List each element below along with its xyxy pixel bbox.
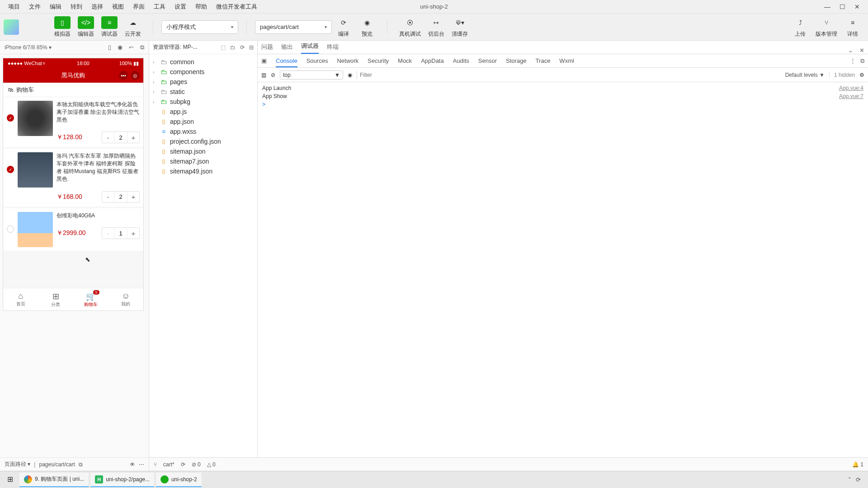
tab-network[interactable]: Network: [337, 57, 359, 64]
item-thumbnail[interactable]: [18, 101, 53, 136]
tab-audits[interactable]: Audits: [453, 57, 469, 64]
rotate-icon[interactable]: ▯: [108, 44, 111, 51]
tab-storage[interactable]: Storage: [506, 57, 527, 64]
menu-goto[interactable]: 转到: [66, 3, 87, 11]
qty-minus-button[interactable]: -: [102, 134, 114, 141]
hidden-count[interactable]: 1 hidden: [829, 72, 855, 78]
toggle-sidebar-icon[interactable]: ▥: [261, 72, 266, 78]
console-output[interactable]: App Launch App.vue:4 App Show App.vue:7 …: [258, 82, 868, 457]
item-thumbnail[interactable]: [18, 152, 53, 188]
folder-subpkg[interactable]: ›🗀subpkg: [149, 97, 257, 107]
log-levels-dropdown[interactable]: Default levels ▼: [785, 72, 825, 78]
folder-static[interactable]: ›🗀static: [149, 87, 257, 97]
tab-trace[interactable]: Trace: [536, 57, 551, 64]
qty-plus-button[interactable]: +: [127, 134, 139, 141]
menu-tools[interactable]: 工具: [149, 3, 170, 11]
folder-components[interactable]: ›🗀components: [149, 67, 257, 77]
compile-button[interactable]: ⟳ 编译: [335, 16, 352, 38]
tray-sync-icon[interactable]: ⟳: [856, 476, 861, 483]
chevron-down-icon[interactable]: ⌄: [848, 47, 853, 54]
item-thumbnail[interactable]: [18, 212, 53, 247]
simulator-toggle[interactable]: ▯ 模拟器: [54, 16, 71, 38]
menu-help[interactable]: 帮助: [191, 3, 212, 11]
filter-input[interactable]: [357, 70, 781, 80]
menu-view[interactable]: 视图: [108, 3, 128, 11]
menu-select[interactable]: 选择: [87, 3, 108, 11]
tab-category[interactable]: ⊞ 分类: [38, 288, 74, 310]
clear-console-icon[interactable]: ⊘: [271, 72, 275, 78]
cart-list[interactable]: ✓ 本驰太阳能供电车载空气净化器负离子加湿香薰 除尘去异味清洁空气黑色 ￥128…: [3, 97, 143, 288]
menu-edit[interactable]: 编辑: [45, 3, 66, 11]
tab-sources[interactable]: Sources: [307, 57, 328, 64]
menu-ui[interactable]: 界面: [128, 3, 149, 11]
folder-common[interactable]: ›🗀common: [149, 57, 257, 67]
more-icon[interactable]: ⋯: [139, 461, 144, 468]
cut-bg-button[interactable]: ↦ 切后台: [428, 16, 444, 38]
warning-count[interactable]: △ 0: [207, 461, 216, 468]
console-prompt[interactable]: >: [262, 100, 863, 108]
tab-mine[interactable]: ☺ 我的: [108, 288, 144, 310]
tray-chevron-icon[interactable]: ˄: [848, 476, 851, 483]
remote-debug-button[interactable]: ⦿ 真机调试: [399, 16, 421, 38]
clear-cache-button[interactable]: ⟱▾ 清缓存: [452, 16, 468, 38]
tab-console[interactable]: Console: [276, 57, 297, 67]
tab-debugger[interactable]: 调试器: [301, 42, 319, 54]
bell-icon[interactable]: 🔔 1: [852, 461, 863, 468]
qty-input[interactable]: [114, 192, 127, 202]
capsule-menu-icon[interactable]: •••: [119, 71, 128, 80]
tab-appdata[interactable]: AppData: [421, 57, 444, 64]
detail-button[interactable]: ≡ 详情: [844, 16, 861, 38]
editor-toggle[interactable]: </> 编辑器: [78, 16, 94, 38]
kebab-icon[interactable]: ⋮: [850, 57, 856, 64]
qty-minus-button[interactable]: -: [102, 230, 114, 237]
mute-icon[interactable]: ⤺: [129, 44, 134, 51]
context-selector[interactable]: top▼: [280, 70, 343, 80]
file-project-config[interactable]: {}project.config.json: [149, 136, 257, 146]
minimize-button[interactable]: —: [824, 3, 830, 10]
tab-cart[interactable]: 5 🛒 购物车: [73, 288, 108, 310]
error-count[interactable]: ⊘ 0: [192, 461, 201, 468]
upload-button[interactable]: ⤴ 上传: [792, 16, 808, 38]
preview-button[interactable]: ◉ 预览: [359, 16, 375, 38]
refresh-tree-icon[interactable]: ⟳: [240, 44, 245, 51]
copy-icon[interactable]: ⧉: [79, 461, 83, 468]
avatar[interactable]: [4, 19, 19, 35]
file-sitemap[interactable]: {}sitemap.json: [149, 146, 257, 156]
new-folder-icon[interactable]: 🗀: [230, 44, 236, 51]
item-checkbox[interactable]: [7, 225, 14, 233]
qty-minus-button[interactable]: -: [102, 193, 114, 201]
file-sitemap7[interactable]: {}sitemap7.json: [149, 156, 257, 166]
qty-plus-button[interactable]: +: [127, 230, 139, 237]
file-app-js[interactable]: {}app.js: [149, 107, 257, 117]
gear-icon[interactable]: ⚙: [859, 72, 864, 78]
menu-settings[interactable]: 设置: [170, 3, 191, 11]
taskbar-wechat-devtools[interactable]: uni-shop-2: [156, 473, 202, 487]
tab-problems[interactable]: 问题: [261, 43, 273, 54]
qty-input[interactable]: [114, 132, 127, 143]
file-app-wxss[interactable]: ≡app.wxss: [149, 127, 257, 136]
file-sitemap49[interactable]: {}sitemap49.json: [149, 166, 257, 176]
taskbar-chrome[interactable]: 9. 购物车页面 | uni...: [19, 473, 89, 487]
close-button[interactable]: ✕: [854, 3, 860, 10]
folder-pages[interactable]: ›🗀pages: [149, 77, 257, 87]
taskbar-hbuilder[interactable]: H uni-shop-2/page...: [90, 473, 154, 487]
file-app-json[interactable]: {}app.json: [149, 117, 257, 127]
log-source-link[interactable]: App.vue:4: [839, 85, 863, 91]
file-tree[interactable]: ›🗀common ›🗀components ›🗀pages ›🗀static ›…: [149, 54, 257, 179]
menu-project[interactable]: 项目: [4, 3, 24, 11]
tab-terminal[interactable]: 终端: [327, 43, 339, 54]
start-button[interactable]: ⊞: [3, 473, 18, 487]
tab-output[interactable]: 输出: [281, 43, 293, 54]
tab-home[interactable]: ⌂ 首页: [3, 288, 38, 310]
branch-icon[interactable]: ⑂: [154, 461, 157, 468]
page-dropdown[interactable]: pages/cart/cart ▾: [255, 20, 332, 34]
version-mgmt-button[interactable]: ⑂ 版本管理: [816, 16, 837, 38]
collapse-icon[interactable]: ⊟: [249, 44, 254, 51]
editor-tab[interactable]: cart*: [163, 461, 175, 468]
capsule-close-icon[interactable]: ◎: [131, 71, 140, 80]
qty-plus-button[interactable]: +: [127, 193, 139, 201]
visibility-icon[interactable]: 👁: [130, 461, 135, 468]
cloud-dev-button[interactable]: ☁ 云开发: [125, 16, 141, 38]
mode-dropdown[interactable]: 小程序模式 ▾: [161, 20, 238, 34]
popup-icon[interactable]: ⧉: [140, 44, 144, 51]
